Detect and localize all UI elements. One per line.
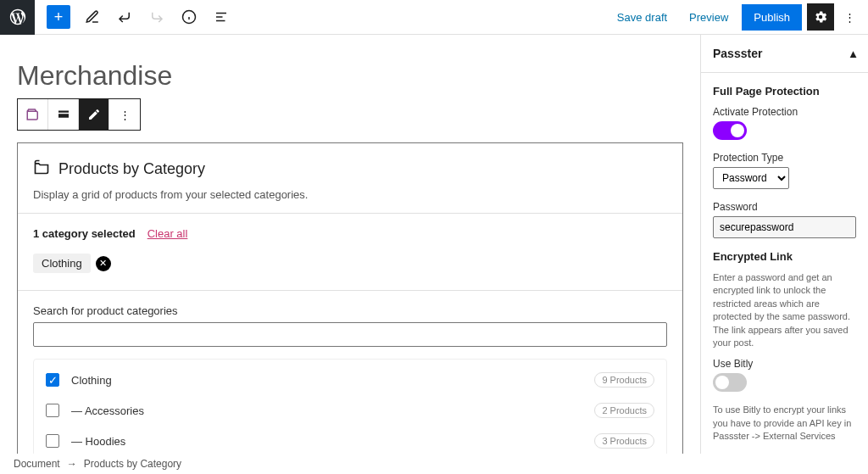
sidebar-panel-title: Passster <box>713 47 762 60</box>
edit-mode-button[interactable] <box>77 2 108 32</box>
password-input[interactable] <box>713 216 856 238</box>
category-name: — Accessories <box>71 404 594 417</box>
use-bitly-toggle[interactable] <box>713 373 747 392</box>
category-search-input[interactable] <box>33 322 667 347</box>
category-name: Clothing <box>71 374 594 387</box>
editor-topbar: + Save draft Preview Publish ⋮ <box>0 0 868 35</box>
wordpress-logo[interactable] <box>0 0 35 35</box>
undo-button[interactable] <box>109 2 140 32</box>
chevron-up-icon: ▴ <box>850 47 856 60</box>
breadcrumb-separator-icon: → <box>67 458 77 470</box>
search-label: Search for product categories <box>33 304 667 317</box>
sidebar-panel-header[interactable]: Passster ▴ <box>701 35 868 73</box>
category-checkbox[interactable] <box>46 434 59 448</box>
selected-count: 1 category selected <box>33 227 136 240</box>
activate-protection-toggle[interactable] <box>713 121 747 140</box>
category-list: ✓ Clothing 9 Products — Accessories 2 Pr… <box>33 359 667 454</box>
category-chip: Clothing ✕ <box>33 254 111 273</box>
info-button[interactable] <box>174 2 204 32</box>
block-description: Display a grid of products from your sel… <box>33 188 667 201</box>
category-checkbox[interactable] <box>46 404 59 417</box>
category-count: 3 Products <box>594 433 654 449</box>
block-align-button[interactable] <box>48 99 79 130</box>
use-bitly-label: Use Bitly <box>713 358 856 370</box>
breadcrumb-document[interactable]: Document <box>14 458 60 470</box>
redo-button[interactable] <box>142 2 172 32</box>
chip-remove-icon[interactable]: ✕ <box>96 256 111 271</box>
settings-button[interactable] <box>807 3 834 31</box>
encrypted-link-heading: Encrypted Link <box>713 250 856 263</box>
svg-rect-5 <box>58 114 69 118</box>
category-checkbox[interactable]: ✓ <box>46 373 59 387</box>
block-toolbar: ⋮ <box>17 98 141 131</box>
page-title[interactable]: Merchandise <box>17 60 683 92</box>
block-edit-button[interactable] <box>79 99 109 130</box>
settings-sidebar: Passster ▴ Full Page Protection Activate… <box>700 35 868 454</box>
category-row[interactable]: — Accessories 2 Products <box>34 395 666 426</box>
more-options-button[interactable]: ⋮ <box>839 11 860 24</box>
block-type-button[interactable] <box>18 99 48 130</box>
publish-button[interactable]: Publish <box>742 4 802 31</box>
full-page-protection-heading: Full Page Protection <box>713 85 856 98</box>
block-heading-text: Products by Category <box>58 160 205 178</box>
activate-protection-label: Activate Protection <box>713 106 856 118</box>
add-block-button[interactable]: + <box>47 5 70 29</box>
breadcrumb: Document → Products by Category <box>14 454 181 474</box>
block-more-icon[interactable]: ⋮ <box>109 99 140 130</box>
save-draft-button[interactable]: Save draft <box>609 6 676 29</box>
chip-label: Clothing <box>33 254 91 273</box>
protection-type-select[interactable]: Password <box>713 167 789 189</box>
preview-button[interactable]: Preview <box>681 6 737 29</box>
encrypted-link-help: Enter a password and get an encrypted li… <box>713 271 856 349</box>
bitly-help: To use Bitly to encrypt your links you h… <box>713 404 856 443</box>
clear-all-link[interactable]: Clear all <box>147 227 188 240</box>
category-count: 9 Products <box>594 372 654 388</box>
category-count: 2 Products <box>594 403 654 418</box>
outline-button[interactable] <box>206 2 236 32</box>
protection-type-label: Protection Type <box>713 152 856 164</box>
link-gen-password-label: Password for link generation <box>713 452 856 454</box>
folder-icon <box>33 159 50 180</box>
category-row[interactable]: — Hoodies 3 Products <box>34 426 666 454</box>
breadcrumb-block[interactable]: Products by Category <box>84 458 181 470</box>
category-name: — Hoodies <box>71 435 594 448</box>
products-by-category-block: Products by Category Display a grid of p… <box>17 142 683 454</box>
svg-rect-4 <box>58 111 69 113</box>
editor-canvas: Merchandise ⋮ Products by Category Displ… <box>0 35 700 454</box>
category-row[interactable]: ✓ Clothing 9 Products <box>34 365 666 395</box>
password-label: Password <box>713 201 856 213</box>
